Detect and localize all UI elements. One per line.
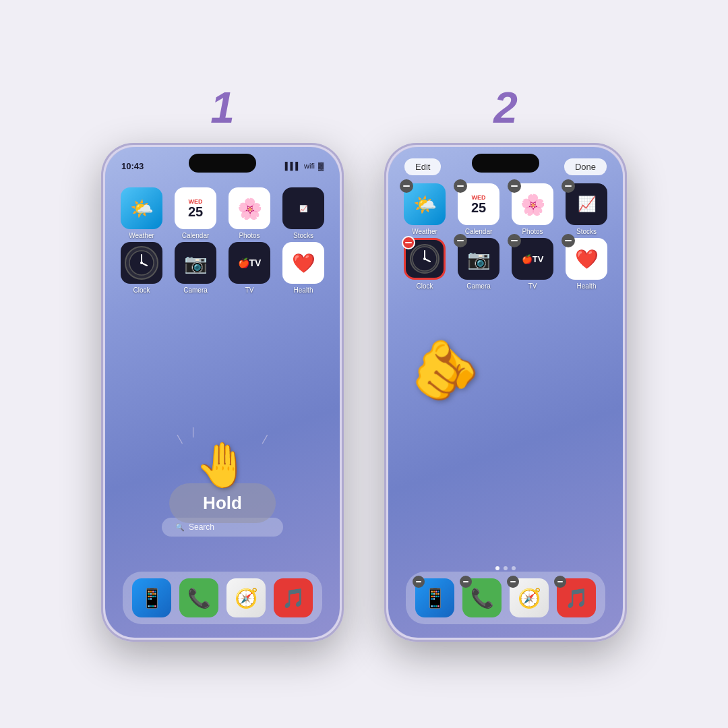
app-grid-row1-1: 🌤️ Weather WED 25 Calendar [105,187,340,239]
signal-icon: ▌▌▌ [285,162,301,170]
phone-1: 10:43 ▌▌▌ wifi ▓ 🌤️ Weather [101,143,344,642]
done-button[interactable]: Done [564,158,607,175]
weather-label-2: Weather [412,228,437,235]
wifi-icon: wifi [304,162,315,170]
status-icons-1: ▌▌▌ wifi ▓ [285,162,324,170]
dock-phone-1[interactable]: 📞 [179,578,218,617]
camera-label-1: Camera [183,286,208,294]
app-clock-1[interactable]: Clock [119,242,164,294]
app-calendar-1[interactable]: WED 25 Calendar [173,187,218,239]
dock-2: 📱 📞 🧭 🎵 [406,572,605,624]
clock-label-1: Clock [133,286,150,294]
dock-1: 📱 📞 🧭 🎵 [123,572,322,624]
tv-icon-1: 🍎TV [229,242,270,284]
health-minus[interactable] [562,234,575,247]
battery-icon: ▓ [318,162,324,170]
edit-button[interactable]: Edit [404,158,441,175]
dock-safari-1[interactable]: 🧭 [226,578,266,617]
dock-safari-2[interactable]: 🧭 [510,578,549,617]
dock-phone-minus [460,576,472,588]
dock-music-minus [554,576,566,588]
dot-3 [512,566,516,570]
main-container: 1 10:43 ▌▌▌ wifi ▓ 🌤 [101,86,627,642]
clock-icon-1 [121,242,162,284]
dock-appstore-1[interactable]: 📱 [132,578,171,617]
dot-2 [504,566,508,570]
photos-label-1: Photos [239,232,260,239]
dock-appstore-2[interactable]: 📱 [415,578,454,617]
photos-minus[interactable] [508,179,521,193]
app-camera-2[interactable]: 📷 Camera [456,238,502,290]
camera-label-2: Camera [466,282,491,290]
weather-minus[interactable] [400,179,413,193]
hand-cursor-1: 🤚 [195,443,249,487]
camera-icon-1: 📷 [175,242,216,284]
dynamic-island-2 [472,154,539,173]
calendar-icon-2: WED 25 [458,183,499,225]
photos-icon-1: 🌸 [229,187,270,229]
app-photos-1[interactable]: 🌸 Photos [226,187,272,239]
camera-minus[interactable] [454,234,467,247]
stocks-icon-2: 📈 [566,183,607,225]
phone-1-screen: 10:43 ▌▌▌ wifi ▓ 🌤️ Weather [105,147,340,638]
tv-minus[interactable] [508,234,521,247]
dock-music-1[interactable]: 🎵 [274,578,313,617]
health-icon-2: ❤️ [566,238,607,280]
app-grid-row2-1: Clock 📷 Camera 🍎TV TV [105,242,340,294]
tv-label-1: TV [245,286,254,294]
tv-icon-2: 🍎TV [512,238,553,280]
dock-phone-2[interactable]: 📞 [462,578,502,617]
svg-point-7 [423,257,426,260]
app-weather-1[interactable]: 🌤️ Weather [119,187,164,239]
clock-minus-red[interactable] [402,236,415,249]
app-stocks-1[interactable]: 📈 Stocks [280,187,326,239]
calendar-minus[interactable] [454,179,467,193]
app-stocks-2[interactable]: 📈 Stocks [564,183,609,235]
step-1-number: 1 [210,86,235,129]
dock-appstore-minus [413,576,425,588]
step-1: 1 10:43 ▌▌▌ wifi ▓ 🌤 [101,86,344,642]
dynamic-island-1 [189,154,256,173]
search-text-1: Search [189,522,214,532]
stocks-minus[interactable] [562,179,575,193]
health-label-2: Health [577,282,597,290]
weather-icon-1: 🌤️ [121,187,162,229]
page-dots-2 [495,566,516,570]
phone-2-screen: Edit Done 🌤️ Weather [388,147,623,638]
hand-cursor-2: 🫵 [403,330,485,409]
weather-icon-2: 🌤️ [404,183,446,225]
calendar-icon-1: WED 25 [175,187,216,229]
app-tv-2[interactable]: 🍎TV TV [510,238,555,290]
svg-point-3 [140,262,143,264]
time-1: 10:43 [121,161,144,171]
app-grid-row2-2: Clock 📷 Camera 🍎TV [388,238,623,290]
stocks-icon-1: 📈 [282,187,324,229]
phone-2: Edit Done 🌤️ Weather [384,143,627,642]
app-camera-1[interactable]: 📷 Camera [173,242,218,294]
photos-label-2: Photos [522,228,543,235]
stocks-label-1: Stocks [293,232,313,239]
photos-icon-2: 🌸 [512,183,553,225]
tv-label-2: TV [528,282,537,290]
app-photos-2[interactable]: 🌸 Photos [510,183,555,235]
app-tv-1[interactable]: 🍎TV TV [226,242,272,294]
hold-text: Hold [203,493,242,514]
clock-label-2: Clock [416,282,433,290]
app-weather-2[interactable]: 🌤️ Weather [402,183,448,235]
calendar-label-2: Calendar [465,228,493,235]
camera-icon-2: 📷 [458,238,499,280]
app-clock-2[interactable]: Clock [402,238,448,290]
step-2: 2 Edit Done 🌤️ Weath [384,86,627,642]
weather-label-1: Weather [129,232,154,239]
health-label-1: Health [294,286,313,294]
dot-1 [495,566,499,570]
app-calendar-2[interactable]: WED 25 Calendar [456,183,502,235]
app-health-1[interactable]: ❤️ Health [280,242,326,294]
app-grid-row1-2: 🌤️ Weather WED 25 [388,183,623,235]
dock-music-2[interactable]: 🎵 [557,578,596,617]
health-icon-1: ❤️ [282,242,324,284]
dock-safari-minus [507,576,519,588]
stocks-label-2: Stocks [576,228,597,235]
calendar-label-1: Calendar [182,232,210,239]
app-health-2[interactable]: ❤️ Health [564,238,609,290]
